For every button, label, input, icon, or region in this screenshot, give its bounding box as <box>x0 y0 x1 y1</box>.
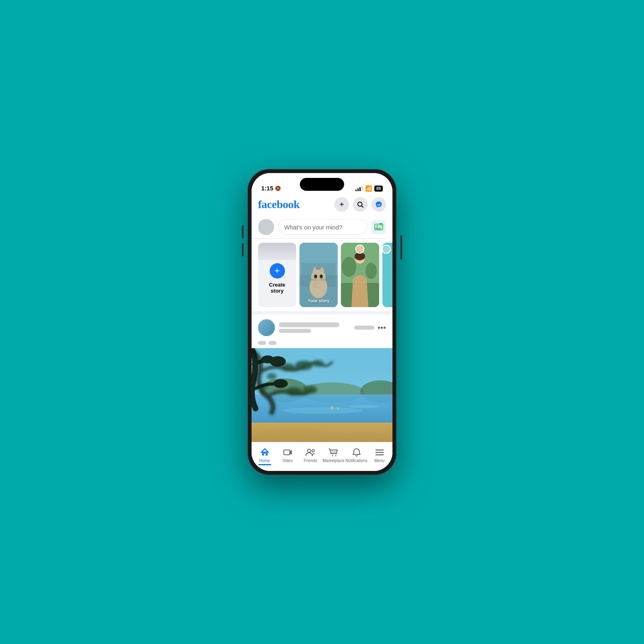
svg-text:+: + <box>381 223 382 225</box>
svg-point-44 <box>348 405 380 408</box>
post-meta <box>279 322 350 333</box>
svg-point-51 <box>295 361 313 370</box>
notifications-nav-label: Notifications <box>345 458 367 463</box>
svg-point-54 <box>303 386 317 394</box>
post-timestamp <box>279 329 311 333</box>
svg-point-20 <box>317 279 320 281</box>
svg-point-58 <box>261 355 274 363</box>
svg-point-0 <box>358 202 362 206</box>
friend-story-2[interactable] <box>382 243 392 307</box>
volume-up-button[interactable] <box>242 225 244 238</box>
friends-icon <box>305 448 316 457</box>
home-icon <box>260 448 270 457</box>
create-story-label: Create story <box>269 282 285 294</box>
svg-point-4 <box>377 225 378 227</box>
svg-point-49 <box>340 433 388 441</box>
svg-point-29 <box>342 257 356 277</box>
create-story-plus-icon: + <box>270 263 285 279</box>
battery-indicator: 89 <box>374 186 383 192</box>
phone-frame: 1:15 🔕 📶 89 facebook + <box>248 169 396 475</box>
svg-point-48 <box>260 428 324 438</box>
svg-point-59 <box>273 379 288 388</box>
post-placeholder: What's on your mind? <box>284 224 343 231</box>
nav-item-home[interactable]: Home <box>253 445 276 465</box>
svg-point-62 <box>312 450 314 452</box>
svg-point-34 <box>357 246 363 252</box>
create-story-card[interactable]: + Create story <box>258 243 296 307</box>
nav-item-friends[interactable]: Friends <box>299 445 322 465</box>
beach-scene-svg <box>252 348 392 442</box>
your-story-label: Your story <box>299 298 338 303</box>
wifi-icon: 📶 <box>365 185 372 192</box>
svg-point-46 <box>337 407 339 410</box>
svg-point-55 <box>267 373 277 380</box>
post-header: ••• <box>252 314 392 339</box>
post-reactions-blurred <box>252 339 392 348</box>
marketplace-nav-label: Marketplace <box>322 458 344 463</box>
video-icon <box>283 448 293 457</box>
svg-point-30 <box>365 263 377 279</box>
post-author-name <box>279 322 339 327</box>
nav-item-video[interactable]: Video <box>276 445 299 465</box>
dynamic-island <box>300 178 344 191</box>
svg-point-61 <box>308 449 311 452</box>
svg-rect-60 <box>284 450 290 455</box>
photo-video-button[interactable]: + <box>372 220 386 234</box>
friend-story-1[interactable] <box>341 243 379 307</box>
friends-nav-label: Friends <box>304 458 317 463</box>
your-story-card[interactable]: Your story <box>299 243 338 307</box>
post-input-field[interactable]: What's on your mind? <box>278 219 367 235</box>
home-active-bar <box>258 464 271 465</box>
fourth-story-illustration <box>382 243 392 307</box>
search-button[interactable] <box>353 197 367 212</box>
facebook-logo: facebook <box>258 198 299 211</box>
person-story-illustration <box>341 243 379 307</box>
menu-nav-label: Menu <box>374 458 384 463</box>
status-icons: 📶 89 <box>355 185 383 192</box>
time-display: 1:15 <box>261 185 273 192</box>
post-input-area: What's on your mind? + <box>252 216 392 239</box>
svg-line-1 <box>361 206 363 207</box>
marketplace-icon <box>329 448 339 457</box>
svg-point-53 <box>286 387 302 396</box>
user-avatar <box>258 219 274 235</box>
photo-icon: + <box>374 223 383 231</box>
status-time: 1:15 🔕 <box>261 185 281 192</box>
phone-screen: 1:15 🔕 📶 89 facebook + <box>252 173 392 471</box>
feed-section: ••• <box>252 314 392 442</box>
mute-icon: 🔕 <box>275 186 281 191</box>
svg-point-11 <box>311 270 326 284</box>
notifications-icon <box>352 448 361 457</box>
svg-point-63 <box>332 455 333 456</box>
svg-point-43 <box>282 407 362 414</box>
app-header: facebook + <box>252 194 392 216</box>
nav-item-notifications[interactable]: Notifications <box>345 445 368 465</box>
svg-point-52 <box>312 360 324 367</box>
svg-point-37 <box>383 246 390 252</box>
post-card: ••• <box>252 314 392 442</box>
nav-item-menu[interactable]: Menu <box>368 445 391 465</box>
svg-point-19 <box>321 275 322 277</box>
messenger-button[interactable] <box>372 197 386 212</box>
volume-down-button[interactable] <box>242 244 244 256</box>
video-nav-label: Video <box>283 458 293 463</box>
svg-point-45 <box>330 406 334 409</box>
post-more-button[interactable]: ••• <box>378 323 386 332</box>
stories-row: + Create story <box>258 243 392 307</box>
nav-item-marketplace[interactable]: Marketplace <box>322 445 345 465</box>
post-action-blur <box>354 326 374 330</box>
post-author-avatar <box>258 319 275 336</box>
stories-section: + Create story <box>252 239 392 314</box>
menu-icon <box>375 448 384 457</box>
cat-illustration <box>299 243 338 307</box>
power-button[interactable] <box>400 235 402 260</box>
post-image <box>252 348 392 442</box>
messenger-icon <box>375 201 382 208</box>
signal-bars-icon <box>355 186 363 191</box>
svg-point-64 <box>335 455 336 456</box>
home-nav-label: Home <box>259 458 270 463</box>
add-button[interactable]: + <box>334 197 349 212</box>
svg-point-18 <box>316 275 317 277</box>
search-icon <box>357 201 364 208</box>
header-action-icons: + <box>334 197 386 212</box>
